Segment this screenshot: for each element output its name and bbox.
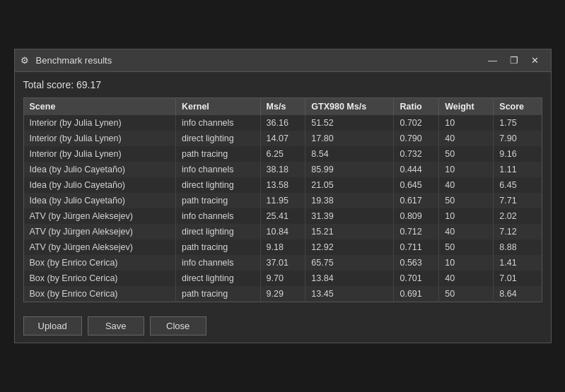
table-cell: 21.05 (305, 177, 394, 193)
table-cell: 9.29 (260, 286, 305, 302)
table-cell: 0.702 (394, 115, 439, 131)
table-cell: 8.54 (305, 146, 394, 162)
table-cell: 40 (439, 271, 494, 286)
col-kernel: Kernel (175, 98, 260, 115)
table-cell: 8.64 (494, 286, 542, 302)
table-cell: path tracing (175, 146, 260, 162)
benchmark-window: ⚙ Benchmark results — ❐ ✕ Total score: 6… (14, 49, 552, 343)
main-content: Total score: 69.17 Scene Kernel Ms/s GTX… (15, 72, 551, 309)
table-cell: Interior (by Julia Lynen) (24, 146, 176, 162)
table-cell: info channels (175, 208, 260, 224)
table-cell: 37.01 (260, 255, 305, 271)
upload-button[interactable]: Upload (23, 316, 82, 335)
table-cell: 13.45 (305, 286, 394, 302)
title-bar: ⚙ Benchmark results — ❐ ✕ (15, 49, 551, 72)
col-ms-s: Ms/s (260, 98, 305, 115)
table-cell: 7.90 (494, 131, 542, 146)
table-cell: 0.444 (394, 162, 439, 177)
table-header-row: Scene Kernel Ms/s GTX980 Ms/s Ratio Weig… (24, 98, 542, 115)
table-cell: 10 (439, 255, 494, 271)
table-row: Box (by Enrico Cerica)path tracing9.2913… (24, 286, 542, 302)
table-cell: direct lighting (175, 224, 260, 239)
maximize-button[interactable]: ❐ (504, 53, 524, 69)
table-cell: Box (by Enrico Cerica) (24, 255, 176, 271)
table-cell: 0.732 (394, 146, 439, 162)
table-cell: 1.41 (494, 255, 542, 271)
table-cell: 0.563 (394, 255, 439, 271)
table-cell: 17.80 (305, 131, 394, 146)
table-cell: 0.691 (394, 286, 439, 302)
table-cell: 38.18 (260, 162, 305, 177)
col-gtx980-ms-s: GTX980 Ms/s (305, 98, 394, 115)
table-cell: path tracing (175, 193, 260, 208)
table-cell: 0.617 (394, 193, 439, 208)
table-row: Idea (by Julio Cayetaño)direct lighting1… (24, 177, 542, 193)
table-cell: 50 (439, 239, 494, 255)
col-weight: Weight (439, 98, 494, 115)
close-window-button[interactable]: ✕ (525, 53, 545, 69)
table-cell: 7.71 (494, 193, 542, 208)
table-cell: 50 (439, 286, 494, 302)
table-cell: 13.84 (305, 271, 394, 286)
table-cell: 6.25 (260, 146, 305, 162)
results-table: Scene Kernel Ms/s GTX980 Ms/s Ratio Weig… (24, 98, 542, 302)
table-cell: 6.45 (494, 177, 542, 193)
col-ratio: Ratio (394, 98, 439, 115)
window-controls: — ❐ ✕ (483, 53, 545, 69)
table-cell: 10 (439, 115, 494, 131)
table-cell: ATV (by Jürgen Aleksejev) (24, 208, 176, 224)
app-icon: ⚙ (21, 55, 32, 66)
minimize-button[interactable]: — (483, 53, 503, 69)
table-cell: direct lighting (175, 131, 260, 146)
table-cell: 40 (439, 224, 494, 239)
footer-buttons: Upload Save Close (15, 309, 551, 343)
table-cell: Idea (by Julio Cayetaño) (24, 177, 176, 193)
results-table-container: Scene Kernel Ms/s GTX980 Ms/s Ratio Weig… (23, 97, 542, 302)
table-cell: 40 (439, 177, 494, 193)
table-cell: 0.701 (394, 271, 439, 286)
table-cell: 85.99 (305, 162, 394, 177)
table-cell: 19.38 (305, 193, 394, 208)
table-cell: Box (by Enrico Cerica) (24, 271, 176, 286)
table-row: ATV (by Jürgen Aleksejev)info channels25… (24, 208, 542, 224)
table-cell: 7.12 (494, 224, 542, 239)
table-cell: 7.01 (494, 271, 542, 286)
table-row: Interior (by Julia Lynen)info channels36… (24, 115, 542, 131)
table-cell: Idea (by Julio Cayetaño) (24, 162, 176, 177)
table-cell: info channels (175, 255, 260, 271)
table-cell: path tracing (175, 286, 260, 302)
table-cell: 50 (439, 193, 494, 208)
save-button[interactable]: Save (88, 316, 144, 335)
table-cell: ATV (by Jürgen Aleksejev) (24, 239, 176, 255)
table-row: Box (by Enrico Cerica)direct lighting9.7… (24, 271, 542, 286)
table-cell: Interior (by Julia Lynen) (24, 131, 176, 146)
col-score: Score (494, 98, 542, 115)
table-cell: 10 (439, 162, 494, 177)
table-cell: 14.07 (260, 131, 305, 146)
table-row: Idea (by Julio Cayetaño)path tracing11.9… (24, 193, 542, 208)
table-row: Interior (by Julia Lynen)direct lighting… (24, 131, 542, 146)
table-cell: 10.84 (260, 224, 305, 239)
table-cell: ATV (by Jürgen Aleksejev) (24, 224, 176, 239)
table-cell: 9.70 (260, 271, 305, 286)
table-cell: 0.809 (394, 208, 439, 224)
table-row: ATV (by Jürgen Aleksejev)path tracing9.1… (24, 239, 542, 255)
table-cell: 9.16 (494, 146, 542, 162)
table-cell: 40 (439, 131, 494, 146)
table-cell: Box (by Enrico Cerica) (24, 286, 176, 302)
table-cell: 31.39 (305, 208, 394, 224)
table-body: Interior (by Julia Lynen)info channels36… (24, 115, 542, 302)
table-cell: 13.58 (260, 177, 305, 193)
table-row: Interior (by Julia Lynen)path tracing6.2… (24, 146, 542, 162)
table-cell: Interior (by Julia Lynen) (24, 115, 176, 131)
table-cell: 1.11 (494, 162, 542, 177)
table-cell: 0.711 (394, 239, 439, 255)
table-cell: 51.52 (305, 115, 394, 131)
table-cell: direct lighting (175, 271, 260, 286)
table-cell: 1.75 (494, 115, 542, 131)
close-button[interactable]: Close (150, 316, 206, 335)
table-cell: 50 (439, 146, 494, 162)
table-cell: 9.18 (260, 239, 305, 255)
table-cell: 0.712 (394, 224, 439, 239)
table-cell: 65.75 (305, 255, 394, 271)
